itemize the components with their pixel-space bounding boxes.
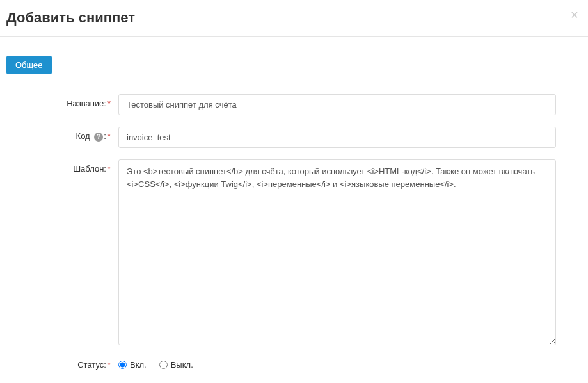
label-code: Код ?:* — [6, 127, 118, 142]
status-on-radio[interactable] — [118, 361, 127, 369]
status-radio-group: Вкл. Выкл. — [118, 359, 556, 370]
required-marker: * — [107, 164, 111, 174]
modal-title: Добавить сниппет — [6, 10, 582, 26]
modal: Добавить сниппет × Общее Название:* Код … — [0, 0, 588, 383]
required-marker: * — [107, 99, 111, 108]
status-on-item: Вкл. — [118, 360, 147, 370]
required-marker: * — [107, 131, 111, 141]
control-code — [118, 127, 582, 148]
status-off-radio[interactable] — [159, 361, 168, 369]
status-off-label[interactable]: Выкл. — [171, 360, 193, 370]
tab-divider — [6, 81, 582, 81]
label-template: Шаблон:* — [6, 159, 118, 174]
help-icon[interactable]: ? — [94, 133, 103, 142]
required-marker: * — [107, 360, 111, 370]
control-template: Это <b>тестовый сниппет</b> для счёта, к… — [118, 159, 582, 347]
status-on-label[interactable]: Вкл. — [130, 360, 147, 370]
label-status: Статус:* — [6, 359, 118, 370]
form-row-status: Статус:* Вкл. Выкл. — [6, 359, 582, 370]
form-row-template: Шаблон:* Это <b>тестовый сниппет</b> для… — [6, 159, 582, 347]
modal-body: Общее Название:* Код ?:* Шаблон:* — [0, 49, 588, 383]
control-name — [118, 94, 582, 115]
close-button[interactable]: × — [571, 8, 578, 21]
tabs: Общее — [6, 56, 582, 74]
control-status: Вкл. Выкл. — [118, 359, 582, 370]
divider — [0, 36, 588, 37]
name-input[interactable] — [118, 94, 556, 115]
label-name: Название:* — [6, 94, 118, 108]
template-textarea[interactable]: Это <b>тестовый сниппет</b> для счёта, к… — [118, 159, 556, 345]
form-row-name: Название:* — [6, 94, 582, 115]
form-row-code: Код ?:* — [6, 127, 582, 148]
status-off-item: Выкл. — [159, 360, 193, 370]
code-input[interactable] — [118, 127, 556, 148]
tab-general[interactable]: Общее — [6, 56, 52, 74]
modal-header: Добавить сниппет × — [0, 0, 588, 36]
